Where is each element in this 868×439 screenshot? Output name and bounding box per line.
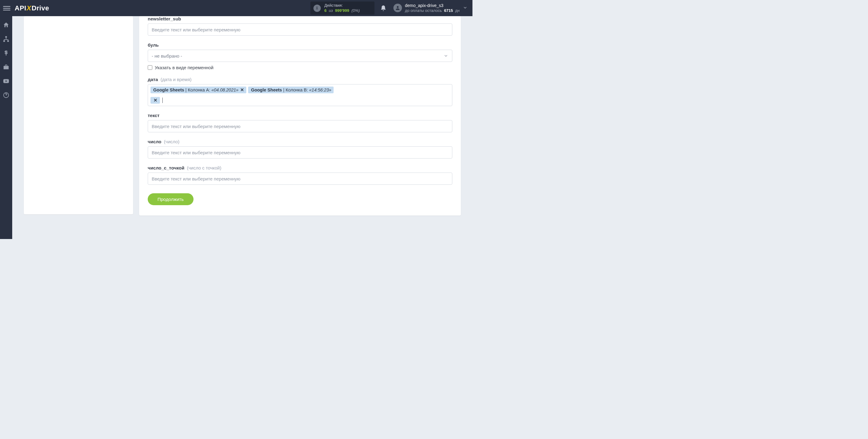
checkbox-bool-variable[interactable]: Указать в виде переменной [148,65,452,70]
nav-sitemap-icon[interactable] [3,36,9,42]
field-number: число (число) [148,139,452,159]
tag-remove-icon[interactable]: ✕ [154,98,157,103]
menu-toggle[interactable] [3,5,10,12]
brand-logo[interactable]: API X Drive [14,4,49,12]
continue-button[interactable]: Продолжить [148,193,193,205]
checkbox-bool-input[interactable] [148,65,152,70]
logo-text-drive: Drive [31,4,49,12]
content-area: newsletter_sub буль - не выбрано - Указа… [12,16,472,239]
input-date-tags[interactable]: Google Sheets | Колонка A: «04.08.2021» … [148,84,452,106]
select-bool[interactable]: - не выбрано - [148,50,452,62]
svg-rect-1 [5,36,7,38]
left-sidebar-nav [0,16,12,239]
form-card: newsletter_sub буль - не выбрано - Указа… [139,16,461,215]
input-text[interactable] [148,120,452,132]
chevron-down-icon[interactable] [463,5,469,11]
nav-help-icon[interactable] [3,92,9,98]
nav-dollar-icon[interactable] [3,50,9,57]
input-number-dot[interactable] [148,173,452,185]
input-newsletter-sub[interactable] [148,24,452,36]
top-header: API X Drive i Действия: 6 из 999'999 (0%… [0,0,472,16]
tag-remove-icon[interactable]: ✕ [240,88,244,92]
actions-count-line: 6 из 999'999 (0%) [324,8,360,13]
info-icon: i [313,5,321,12]
svg-rect-4 [4,66,9,69]
nav-home-icon[interactable] [3,22,9,28]
svg-rect-3 [7,40,9,42]
field-date: дата (дата и время) Google Sheets | Коло… [148,77,452,106]
label-date: дата (дата и время) [148,77,452,82]
actions-label: Действия: [324,3,360,8]
variable-tag[interactable]: Google Sheets | Колонка B: «14:56:23» [248,87,333,93]
variable-tag[interactable]: Google Sheets | Колонка A: «04.08.2021» … [151,87,246,93]
checkbox-bool-label: Указать в виде переменной [155,65,214,70]
label-number-dot: число_с_точкой (число с точкой) [148,165,452,170]
user-name: demo_apix-drive_s3 [405,3,460,8]
label-number: число (число) [148,139,452,144]
user-payment-info: до оплаты осталось 6715 дн [405,8,460,13]
chevron-down-icon [443,53,448,58]
text-caret [162,98,163,103]
svg-rect-2 [3,40,5,42]
notifications-icon[interactable] [380,5,387,11]
field-bool: буль - не выбрано - Указать в виде перем… [148,42,452,70]
side-panel-card [24,16,133,214]
nav-briefcase-icon[interactable] [3,64,9,70]
logo-text-x: X [27,4,31,12]
actions-counter[interactable]: i Действия: 6 из 999'999 (0%) [310,2,374,14]
input-number[interactable] [148,146,452,159]
field-text: текст [148,113,452,132]
svg-point-0 [397,6,399,8]
logo-text-api: API [14,4,26,12]
field-number-dot: число_с_точкой (число с точкой) [148,165,452,185]
tag-remove-standalone[interactable]: ✕ [151,97,160,104]
user-avatar-icon [394,4,402,12]
nav-youtube-icon[interactable] [3,78,9,85]
field-newsletter-sub: newsletter_sub [148,16,452,36]
label-newsletter-sub: newsletter_sub [148,16,452,21]
user-menu[interactable]: demo_apix-drive_s3 до оплаты осталось 67… [394,3,460,13]
label-bool: буль [148,42,452,47]
label-text: текст [148,113,452,118]
